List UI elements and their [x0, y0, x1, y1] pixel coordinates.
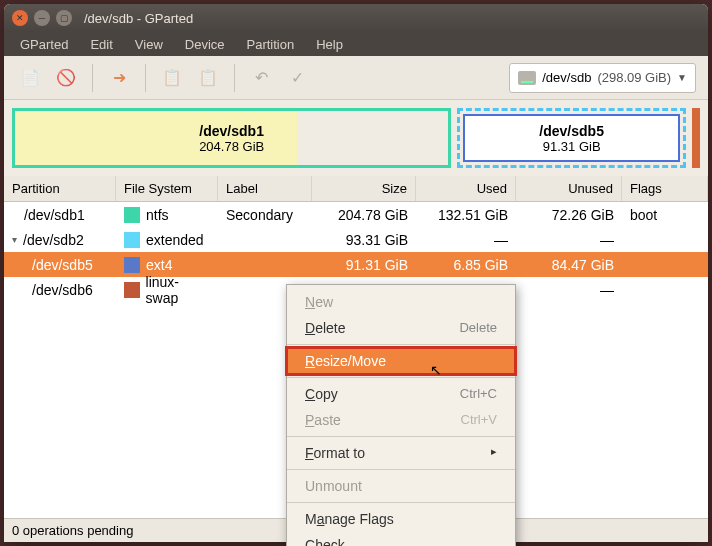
disk-map: /dev/sdb1 204.78 GiB /dev/sdb5 91.31 GiB	[4, 100, 708, 176]
col-used[interactable]: Used	[416, 176, 516, 201]
col-flags[interactable]: Flags	[622, 176, 708, 201]
menu-device[interactable]: Device	[175, 34, 235, 55]
cell-flags	[622, 287, 708, 293]
table-row[interactable]: /dev/sdb1ntfsSecondary204.78 GiB132.51 G…	[4, 202, 708, 227]
disk-map-partition-swap[interactable]	[692, 108, 700, 168]
toolbar: 📄 🚫 ➜ 📋 📋 ↶ ✓ /dev/sdb (298.09 GiB) ▼	[4, 56, 708, 100]
cell-used: 6.85 GiB	[416, 254, 516, 276]
cell-filesystem: ntfs	[116, 204, 218, 226]
maximize-icon[interactable]: ▢	[56, 10, 72, 26]
separator	[287, 502, 515, 503]
cell-partition: ▾/dev/sdb2	[4, 229, 116, 251]
cell-flags: boot	[622, 204, 708, 226]
window-title: /dev/sdb - GParted	[84, 11, 193, 26]
device-selector[interactable]: /dev/sdb (298.09 GiB) ▼	[509, 63, 696, 93]
menu-view[interactable]: View	[125, 34, 173, 55]
ctx-delete[interactable]: DeleteDelete	[287, 315, 515, 341]
cell-filesystem: linux-swap	[116, 271, 218, 309]
cell-size: 204.78 GiB	[312, 204, 416, 226]
partition-size: 204.78 GiB	[199, 139, 264, 154]
minimize-icon[interactable]: ─	[34, 10, 50, 26]
col-partition[interactable]: Partition	[4, 176, 116, 201]
separator	[287, 469, 515, 470]
chevron-down-icon: ▼	[677, 72, 687, 83]
separator	[145, 64, 146, 92]
cell-label	[218, 262, 312, 268]
paste-icon: 📋	[194, 64, 222, 92]
separator	[287, 436, 515, 437]
cell-used: 132.51 GiB	[416, 204, 516, 226]
col-size[interactable]: Size	[312, 176, 416, 201]
cell-partition: /dev/sdb1	[4, 204, 116, 226]
menu-partition[interactable]: Partition	[237, 34, 305, 55]
menu-edit[interactable]: Edit	[80, 34, 122, 55]
separator	[287, 377, 515, 378]
cell-used: —	[416, 229, 516, 251]
menubar: GParted Edit View Device Partition Help	[4, 32, 708, 56]
cell-label	[218, 237, 312, 243]
copy-icon: 📋	[158, 64, 186, 92]
separator	[234, 64, 235, 92]
cell-size: 93.31 GiB	[312, 229, 416, 251]
table-row[interactable]: ▾/dev/sdb2extended93.31 GiB——	[4, 227, 708, 252]
partition-label: /dev/sdb1	[199, 123, 264, 139]
ctx-copy[interactable]: CopyCtrl+C	[287, 381, 515, 407]
cell-unused: 84.47 GiB	[516, 254, 622, 276]
delete-icon[interactable]: 🚫	[52, 64, 80, 92]
partition-size: 91.31 GiB	[543, 139, 601, 154]
ctx-format-to[interactable]: Format to▸	[287, 440, 515, 466]
col-unused[interactable]: Unused	[516, 176, 622, 201]
fs-swatch-icon	[124, 232, 140, 248]
undo-icon: ↶	[247, 64, 275, 92]
separator	[287, 344, 515, 345]
cell-unused: —	[516, 229, 622, 251]
new-partition-icon: 📄	[16, 64, 44, 92]
cell-label: Secondary	[218, 204, 312, 226]
cell-filesystem: extended	[116, 229, 218, 251]
ctx-new: New	[287, 289, 515, 315]
col-filesystem[interactable]: File System	[116, 176, 218, 201]
ctx-manage-flags[interactable]: Manage Flags	[287, 506, 515, 532]
device-name: /dev/sdb	[542, 70, 591, 85]
apply-icon: ✓	[283, 64, 311, 92]
disk-map-partition-extended[interactable]: /dev/sdb5 91.31 GiB	[457, 108, 686, 168]
fs-swatch-icon	[124, 282, 140, 298]
context-menu: New DeleteDelete Resize/Move CopyCtrl+C …	[286, 284, 516, 546]
cell-unused: 72.26 GiB	[516, 204, 622, 226]
col-label[interactable]: Label	[218, 176, 312, 201]
cell-unused: —	[516, 279, 622, 301]
menu-gparted[interactable]: GParted	[10, 34, 78, 55]
disk-map-partition-sdb1[interactable]: /dev/sdb1 204.78 GiB	[12, 108, 451, 168]
ctx-resize-move[interactable]: Resize/Move	[287, 348, 515, 374]
table-header: Partition File System Label Size Used Un…	[4, 176, 708, 202]
titlebar: ✕ ─ ▢ /dev/sdb - GParted	[4, 4, 708, 32]
fs-swatch-icon	[124, 207, 140, 223]
harddisk-icon	[518, 71, 536, 85]
disk-map-partition-sdb5[interactable]: /dev/sdb5 91.31 GiB	[463, 114, 680, 162]
table-row[interactable]: /dev/sdb5ext491.31 GiB6.85 GiB84.47 GiB	[4, 252, 708, 277]
resize-icon[interactable]: ➜	[105, 64, 133, 92]
cell-flags	[622, 262, 708, 268]
expander-icon[interactable]: ▾	[12, 234, 17, 245]
cell-flags	[622, 237, 708, 243]
ctx-paste: PasteCtrl+V	[287, 407, 515, 433]
ctx-check[interactable]: Check	[287, 532, 515, 546]
menu-help[interactable]: Help	[306, 34, 353, 55]
status-text: 0 operations pending	[12, 523, 133, 538]
ctx-unmount: Unmount	[287, 473, 515, 499]
device-size: (298.09 GiB)	[597, 70, 671, 85]
chevron-right-icon: ▸	[491, 445, 497, 461]
cell-partition: /dev/sdb5	[4, 254, 116, 276]
cell-partition: /dev/sdb6	[4, 279, 116, 301]
separator	[92, 64, 93, 92]
close-icon[interactable]: ✕	[12, 10, 28, 26]
partition-label: /dev/sdb5	[539, 123, 604, 139]
cell-size: 91.31 GiB	[312, 254, 416, 276]
